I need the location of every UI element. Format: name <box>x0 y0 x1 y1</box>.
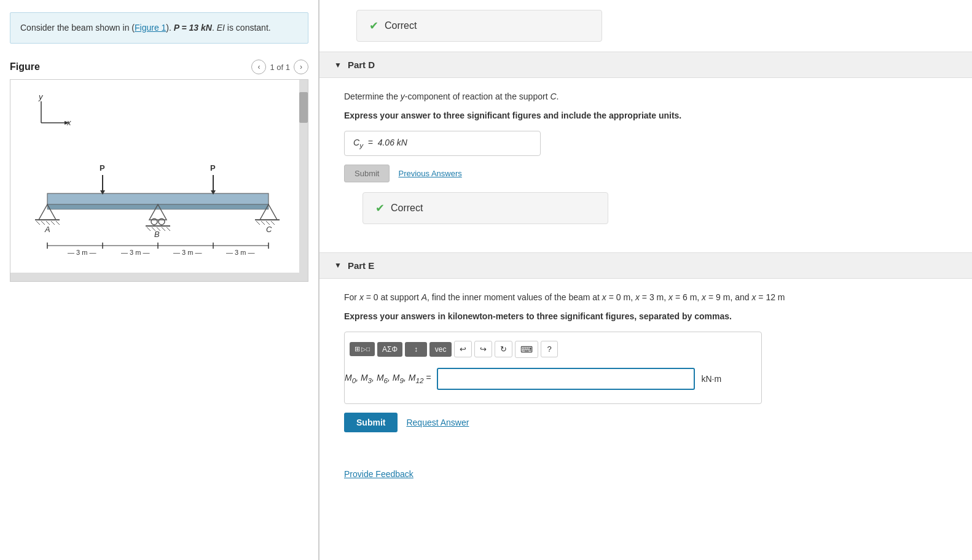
svg-text:— 3 m —: — 3 m — <box>173 249 202 256</box>
part-d-prev-answers-link[interactable]: Previous Answers <box>398 169 461 178</box>
part-e-answer-row: M0, M3, M6, M9, M12 = kN·m <box>345 368 761 390</box>
part-e-input[interactable] <box>437 368 695 390</box>
right-panel: ✔ Correct ▼ Part D Determine the y-compo… <box>319 0 972 560</box>
part-d-instruction: Express your answer to three significant… <box>344 109 947 122</box>
top-check-icon: ✔ <box>369 19 378 33</box>
svg-text:B: B <box>154 230 160 239</box>
svg-line-28 <box>261 221 265 225</box>
figure-title: Figure <box>10 61 40 72</box>
part-d-correct-text: Correct <box>391 203 423 214</box>
top-correct-banner-wrapper: ✔ Correct <box>338 10 954 42</box>
figure-page-indicator: 1 of 1 <box>270 63 290 72</box>
svg-line-12 <box>51 221 55 225</box>
part-d-check-icon: ✔ <box>375 201 385 215</box>
svg-text:C: C <box>266 225 272 234</box>
top-correct-banner: ✔ Correct <box>356 10 602 42</box>
toolbar-symbol-label: AΣΦ <box>382 345 398 354</box>
svg-text:P: P <box>210 163 216 173</box>
svg-line-9 <box>36 221 40 225</box>
part-e-toolbar: ⊞▷□ AΣΦ ↕ vec ↩ ↪ ↻ ⌨ ? <box>345 337 761 362</box>
toolbar-refresh-btn[interactable]: ↻ <box>495 341 512 357</box>
figure-link[interactable]: Figure 1 <box>135 23 166 33</box>
part-e-question: For x = 0 at support A, find the inner m… <box>344 291 947 304</box>
svg-line-13 <box>56 221 60 225</box>
part-d-collapse-icon[interactable]: ▼ <box>334 61 342 69</box>
part-d-question: Determine the y-component of reaction at… <box>344 90 947 103</box>
part-e-title: Part E <box>348 260 374 271</box>
problem-statement: Consider the beam shown in (Figure 1). P… <box>10 12 308 44</box>
toolbar-arrow-btn[interactable]: ↕ <box>405 342 427 357</box>
svg-text:y: y <box>38 92 44 101</box>
toolbar-redo-btn[interactable]: ↪ <box>474 341 492 357</box>
problem-math: P = 13 kN <box>174 23 212 33</box>
svg-line-23 <box>167 227 170 231</box>
toolbar-matrix-btn[interactable]: ⊞▷□ <box>350 342 375 356</box>
toolbar-symbol-btn[interactable]: AΣΦ <box>377 342 402 357</box>
toolbar-vec-btn[interactable]: vec <box>429 342 452 357</box>
part-d-section: ▼ Part D Determine the y-component of re… <box>319 52 972 252</box>
part-d-title: Part D <box>348 60 375 70</box>
part-d-body: Determine the y-component of reaction at… <box>319 78 972 252</box>
figure-prev-btn[interactable]: ‹ <box>251 60 266 74</box>
part-e-submit-btn[interactable]: Submit <box>344 413 398 432</box>
part-e-request-answer-link[interactable]: Request Answer <box>406 418 469 427</box>
part-e-instruction: Express your answers in kilonewton-meter… <box>344 310 947 323</box>
figure-next-btn[interactable]: › <box>294 60 308 74</box>
vertical-scrollbar[interactable] <box>299 80 308 281</box>
svg-text:P: P <box>100 163 105 173</box>
svg-rect-5 <box>47 193 268 204</box>
figure-nav: ‹ 1 of 1 › <box>251 60 308 74</box>
scroll-thumb[interactable] <box>299 92 308 123</box>
horizontal-scrollbar[interactable] <box>10 273 299 281</box>
part-d-header: ▼ Part D <box>319 52 972 78</box>
part-e-section: ▼ Part E For x = 0 at support A, find th… <box>319 252 972 457</box>
figure-canvas-wrapper: y x A <box>10 79 308 282</box>
figure-section: Figure ‹ 1 of 1 › y x <box>10 60 308 282</box>
top-correct-text: Correct <box>385 20 417 31</box>
svg-text:— 3 m —: — 3 m — <box>121 249 149 256</box>
part-e-action-row: Submit Request Answer <box>344 413 947 432</box>
problem-text-end: is constant. <box>225 23 271 33</box>
beam-diagram: y x A <box>10 80 299 270</box>
svg-text:— 3 m —: — 3 m — <box>68 249 96 256</box>
svg-text:A: A <box>44 225 50 234</box>
svg-line-19 <box>147 227 151 231</box>
problem-text-after: ). <box>166 23 173 33</box>
toolbar-undo-btn[interactable]: ↩ <box>454 341 472 357</box>
part-e-label: M0, M3, M6, M9, M12 = <box>345 373 431 384</box>
left-panel: Consider the beam shown in (Figure 1). P… <box>0 0 319 560</box>
problem-text-before: Consider the beam shown in ( <box>20 23 135 33</box>
part-d-action-row: Submit Previous Answers <box>344 165 947 182</box>
part-d-answer-display: Cy = 4.06 kN <box>344 131 541 156</box>
problem-math2: EI <box>217 23 225 33</box>
toolbar-keyboard-btn[interactable]: ⌨ <box>515 341 538 358</box>
svg-line-27 <box>256 221 260 225</box>
provide-feedback-link[interactable]: Provide Feedback <box>344 469 947 479</box>
part-e-header: ▼ Part E <box>319 252 972 279</box>
part-e-collapse-icon[interactable]: ▼ <box>334 261 342 270</box>
part-d-submit-btn[interactable]: Submit <box>344 165 390 182</box>
part-e-body: For x = 0 at support A, find the inner m… <box>319 279 972 457</box>
part-d-correct-banner: ✔ Correct <box>363 192 608 224</box>
figure-header: Figure ‹ 1 of 1 › <box>10 60 308 74</box>
part-e-unit: kN·m <box>701 374 721 384</box>
svg-text:— 3 m —: — 3 m — <box>226 249 254 256</box>
svg-line-22 <box>162 227 165 231</box>
part-e-input-wrapper: ⊞▷□ AΣΦ ↕ vec ↩ ↪ ↻ ⌨ ? <box>344 332 762 404</box>
toolbar-help-btn[interactable]: ? <box>541 341 558 357</box>
